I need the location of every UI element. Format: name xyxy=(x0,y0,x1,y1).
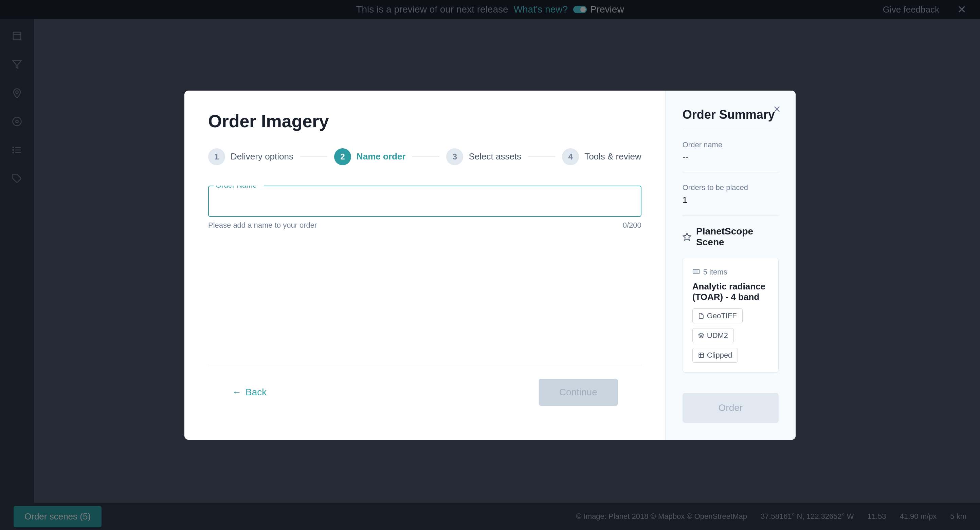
back-button[interactable]: ← Back xyxy=(232,387,267,398)
orders-to-place-summary: Orders to be placed 1 xyxy=(682,183,779,205)
orders-to-place-value: 1 xyxy=(682,195,779,205)
order-summary-title: Order Summary xyxy=(682,108,779,130)
step-1: 1 Delivery options xyxy=(208,148,293,165)
clip-icon xyxy=(698,352,704,358)
modal-title: Order Imagery xyxy=(208,111,641,131)
clipped-tag: Clipped xyxy=(692,348,738,363)
order-button[interactable]: Order xyxy=(682,393,779,423)
step-4-label: Tools & review xyxy=(584,151,641,162)
form-hint: Please add a name to your order 0/200 xyxy=(208,221,641,230)
geotiff-tag: GeoTIFF xyxy=(692,308,743,324)
step-connector-2 xyxy=(412,156,439,157)
step-3-circle: 3 xyxy=(446,148,463,165)
modal-left-panel: Order Imagery 1 Delivery options 2 Name … xyxy=(185,90,665,440)
modal-right-panel: Order Summary Order name -- Orders to be… xyxy=(665,90,795,440)
modal-footer: ← Back Continue xyxy=(208,365,641,419)
geotiff-label: GeoTIFF xyxy=(707,311,737,320)
file-icon xyxy=(698,313,704,319)
step-1-label: Delivery options xyxy=(231,151,293,162)
order-imagery-modal: Order Imagery 1 Delivery options 2 Name … xyxy=(185,90,795,440)
order-name-field-group: Order Name * Please add a name to your o… xyxy=(208,186,641,230)
order-name-summary-label: Order name xyxy=(682,140,779,149)
order-name-label: Order Name * xyxy=(213,186,264,190)
udm2-label: UDM2 xyxy=(707,331,728,340)
order-name-summary-value: -- xyxy=(682,152,779,162)
order-name-input[interactable] xyxy=(208,186,641,217)
svg-rect-14 xyxy=(694,270,698,273)
step-1-circle: 1 xyxy=(208,148,225,165)
svg-rect-16 xyxy=(699,353,703,358)
orders-to-place-label: Orders to be placed xyxy=(682,183,779,192)
layers-icon xyxy=(698,333,704,339)
svg-marker-15 xyxy=(698,333,703,336)
modal-content: Order Name * Please add a name to your o… xyxy=(208,186,641,365)
planet-scope-icon xyxy=(682,232,691,241)
continue-button[interactable]: Continue xyxy=(539,379,618,406)
scene-items-count: 5 items xyxy=(692,268,769,276)
order-name-summary: Order name -- xyxy=(682,140,779,162)
step-3: 3 Select assets xyxy=(446,148,521,165)
step-2: 2 Name order xyxy=(334,148,406,165)
step-2-label: Name order xyxy=(356,151,406,162)
scene-tags: GeoTIFF UDM2 Clipped xyxy=(692,308,769,363)
clipped-label: Clipped xyxy=(707,351,732,360)
planet-scope-header: PlanetScope Scene xyxy=(682,226,779,248)
step-connector-3 xyxy=(528,156,555,157)
step-4: 4 Tools & review xyxy=(562,148,641,165)
hint-text: Please add a name to your order xyxy=(208,221,317,230)
scene-card: 5 items Analytic radiance (TOAR) - 4 ban… xyxy=(682,258,779,373)
modal-close-button[interactable]: × xyxy=(768,101,786,118)
udm2-tag: UDM2 xyxy=(692,328,734,343)
scene-type: Analytic radiance (TOAR) - 4 band xyxy=(692,281,769,302)
step-3-label: Select assets xyxy=(469,151,521,162)
step-connector-1 xyxy=(300,156,327,157)
back-arrow-icon: ← xyxy=(232,387,242,398)
step-4-circle: 4 xyxy=(562,148,579,165)
summary-divider-2 xyxy=(682,216,779,216)
items-icon xyxy=(692,268,700,276)
summary-divider-1 xyxy=(682,173,779,173)
stepper: 1 Delivery options 2 Name order 3 Sel xyxy=(208,148,641,165)
step-2-circle: 2 xyxy=(334,148,351,165)
modal-overlay: Order Imagery 1 Delivery options 2 Name … xyxy=(0,0,980,530)
char-count: 0/200 xyxy=(623,221,641,230)
